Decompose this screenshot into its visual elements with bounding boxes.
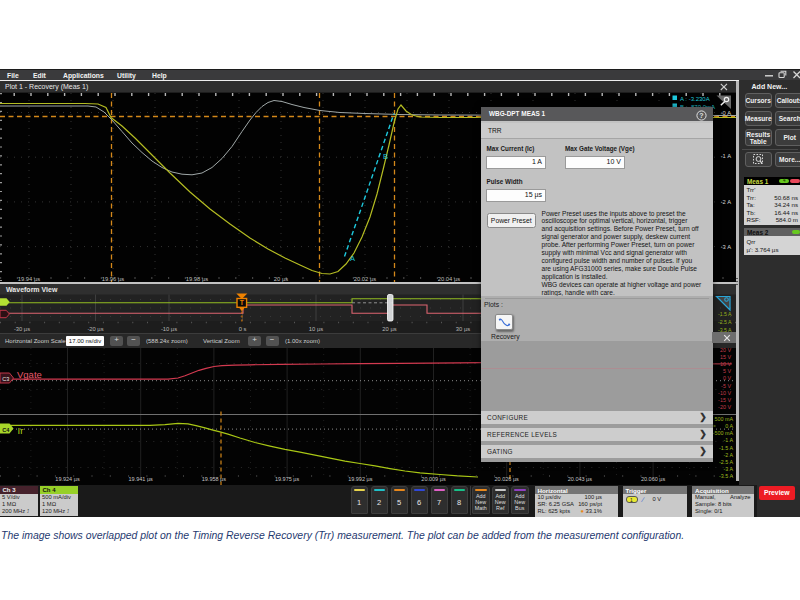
svg-text:-20 µs: -20 µs [87, 326, 103, 332]
svg-text:-15 V: -15 V [718, 396, 731, 402]
svg-text:19.924 µs: 19.924 µs [55, 476, 80, 482]
svg-text:20 V: 20 V [720, 348, 731, 353]
svg-text:0 A: 0 A [725, 423, 733, 429]
svg-text:20.009 µs: 20.009 µs [421, 476, 446, 482]
svg-text:B: B [383, 152, 388, 161]
svg-text:30 µs: 30 µs [456, 326, 470, 332]
svg-text:C3: C3 [2, 376, 9, 382]
svg-text:0 s: 0 s [239, 326, 247, 332]
svg-text:-10 µs: -10 µs [161, 326, 177, 332]
svg-text:A: A [350, 254, 355, 263]
svg-text:19.941 µs: 19.941 µs [129, 476, 154, 482]
svg-text:-500 mA: -500 mA [713, 430, 734, 436]
svg-text:A : -3.230A: A : -3.230A [680, 95, 710, 101]
svg-text:-1.5 A: -1.5 A [718, 311, 732, 317]
svg-text:-5 V: -5 V [721, 382, 731, 388]
svg-text:-30 µs: -30 µs [14, 326, 30, 332]
svg-text:-3 A: -3 A [723, 466, 733, 472]
svg-text:-1 A: -1 A [721, 152, 731, 158]
svg-text:19.992 µs: 19.992 µs [348, 476, 373, 482]
svg-text:10 µs: 10 µs [309, 326, 323, 332]
svg-text:19.958 µs: 19.958 µs [202, 476, 227, 482]
svg-text:500 mA: 500 mA [714, 415, 733, 421]
svg-text:-0 A: -0 A [721, 109, 731, 115]
svg-text:20 µs: 20 µs [382, 326, 396, 332]
svg-text:-20 V: -20 V [718, 404, 731, 410]
svg-text:Vgate: Vgate [17, 368, 42, 379]
svg-text:-1 A: -1 A [723, 437, 733, 443]
svg-text:Ir: Ir [18, 424, 24, 435]
svg-text:-2.5 A: -2.5 A [718, 319, 732, 325]
svg-text:-2 A: -2 A [723, 451, 733, 457]
svg-text:0 V: 0 V [723, 375, 731, 381]
svg-text:5 V: 5 V [723, 368, 731, 374]
svg-text:-1.5 A: -1.5 A [719, 444, 733, 450]
svg-text:20.060 µs: 20.060 µs [641, 476, 666, 482]
svg-text:-10 V: -10 V [718, 389, 731, 395]
svg-text:-2 A: -2 A [721, 198, 731, 204]
svg-text:C4: C4 [2, 426, 10, 432]
svg-text:19.975 µs: 19.975 µs [275, 476, 300, 482]
svg-text:20.043 µs: 20.043 µs [568, 476, 593, 482]
svg-text:15 V: 15 V [720, 353, 731, 359]
svg-text:-3 A: -3 A [721, 243, 731, 249]
svg-text:?: ? [699, 112, 703, 119]
svg-text:-2.5 A: -2.5 A [719, 459, 733, 465]
svg-text:20.026 µs: 20.026 µs [495, 476, 520, 482]
svg-text:-3.5 A: -3.5 A [719, 473, 733, 479]
